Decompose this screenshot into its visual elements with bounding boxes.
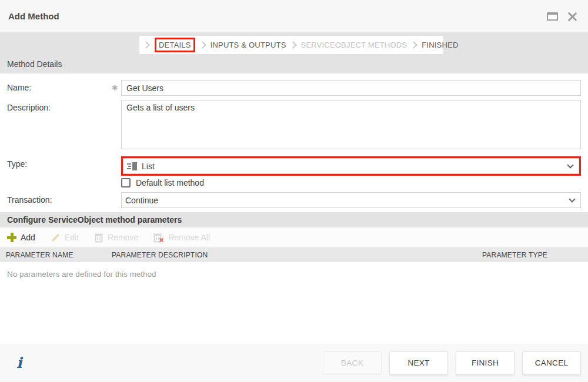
chevron-right-icon xyxy=(289,41,297,49)
trash-remove-all-icon xyxy=(153,233,164,243)
name-row: Name: ✱ xyxy=(7,80,581,96)
edit-parameter-button[interactable]: Edit xyxy=(51,233,79,243)
name-label: Name: xyxy=(7,80,112,92)
content-filler xyxy=(0,279,588,344)
tab-serviceobject-methods[interactable]: SERVICEOBJECT METHODS xyxy=(301,41,407,49)
info-icon[interactable]: i xyxy=(16,354,22,371)
type-spacer xyxy=(112,156,121,160)
chevron-right-icon xyxy=(410,41,417,49)
finish-button[interactable]: FINISH xyxy=(456,351,514,375)
default-list-method-label: Default list method xyxy=(136,178,204,187)
type-dropdown-value: List xyxy=(142,162,568,171)
type-dropdown[interactable]: List xyxy=(123,158,579,174)
transaction-dropdown[interactable]: Continue xyxy=(121,192,581,208)
column-header-parameter-name: PARAMETER NAME xyxy=(6,251,112,259)
column-header-parameter-type: PARAMETER TYPE xyxy=(482,251,588,259)
tab-details[interactable]: DETAILS xyxy=(155,38,195,52)
footer-bar: i BACK NEXT FINISH CANCEL xyxy=(0,344,588,382)
chevron-down-icon xyxy=(569,196,575,202)
back-button[interactable]: BACK xyxy=(323,351,382,375)
transaction-spacer xyxy=(112,192,121,196)
type-row: Type: List xyxy=(7,156,581,176)
close-button[interactable] xyxy=(566,10,579,23)
chevron-right-icon xyxy=(142,41,150,49)
remove-parameter-button[interactable]: Remove xyxy=(94,233,138,243)
tab-inputs-outputs[interactable]: INPUTS & OUTPUTS xyxy=(211,41,286,49)
transaction-label: Transaction: xyxy=(7,192,112,205)
wizard-band: DETAILS INPUTS & OUTPUTS SERVICEOBJECT M… xyxy=(0,32,588,73)
section-header-method-details: Method Details xyxy=(0,54,588,73)
add-parameter-button[interactable]: Add xyxy=(7,233,35,242)
method-details-form: Name: ✱ Description: Gets a list of user… xyxy=(0,73,588,212)
parameters-toolbar: Add Edit Remove xyxy=(0,227,588,247)
parameters-table-header: PARAMETER NAME PARAMETER DESCRIPTION PAR… xyxy=(0,247,588,262)
list-type-icon xyxy=(127,162,137,171)
dialog-title: Add Method xyxy=(8,11,59,21)
description-label: Description: xyxy=(7,100,112,112)
column-header-parameter-description: PARAMETER DESCRIPTION xyxy=(112,251,482,259)
transaction-row: Transaction: Continue xyxy=(7,192,581,208)
add-method-dialog: Add Method DETAILS INPUTS & OUTPUTS SERV… xyxy=(0,0,588,382)
type-label: Type: xyxy=(7,156,112,169)
chevron-right-icon xyxy=(199,41,206,49)
transaction-dropdown-value: Continue xyxy=(125,196,570,205)
annotation-highlight-type: List xyxy=(121,156,581,176)
name-input[interactable] xyxy=(121,80,581,96)
default-list-method-checkbox[interactable] xyxy=(121,178,131,187)
wizard-stepper: DETAILS INPUTS & OUTPUTS SERVICEOBJECT M… xyxy=(139,36,443,54)
default-list-method-row: Default list method xyxy=(121,178,581,187)
next-button[interactable]: NEXT xyxy=(389,351,448,375)
plus-icon xyxy=(7,233,16,242)
section-header-configure-parameters: Configure ServiceObject method parameter… xyxy=(0,212,588,227)
pencil-icon xyxy=(51,233,61,243)
maximize-icon xyxy=(547,12,558,21)
cancel-button[interactable]: CANCEL xyxy=(522,351,581,375)
chevron-down-icon xyxy=(567,162,573,168)
remove-all-parameters-button[interactable]: Remove All xyxy=(153,233,210,243)
description-spacer xyxy=(112,100,121,103)
tab-finished[interactable]: FINISHED xyxy=(422,41,458,49)
title-bar: Add Method xyxy=(0,0,588,32)
parameters-empty-message: No parameters are defined for this metho… xyxy=(0,262,588,279)
description-input[interactable]: Gets a list of users xyxy=(121,100,581,149)
description-row: Description: Gets a list of users xyxy=(7,100,581,152)
required-asterisk-icon: ✱ xyxy=(112,80,121,92)
trash-icon xyxy=(94,233,103,243)
close-icon xyxy=(567,12,577,21)
maximize-button[interactable] xyxy=(546,10,559,23)
